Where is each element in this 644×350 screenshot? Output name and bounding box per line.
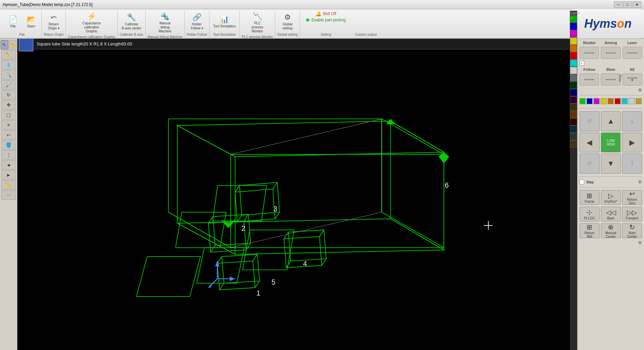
auto-center-button[interactable]: ↻ AutoCenter <box>622 223 642 238</box>
sidebar-move-tool[interactable]: ✥ <box>1 100 16 110</box>
sidebar-arrow-left[interactable]: ◄ <box>1 160 16 170</box>
sidebar-cursor-tool[interactable]: ✋ <box>9 40 17 49</box>
bell-off-item[interactable]: 🔔 Bell Off <box>316 11 336 16</box>
color-swatch-0[interactable]: ✓ <box>570 15 577 23</box>
nav-low-high[interactable]: LOW HIGH <box>601 133 621 153</box>
sidebar-eyedropper-tool[interactable]: 💧 <box>1 60 16 69</box>
color-btn-cyan[interactable] <box>622 98 628 104</box>
sidebar-rotate-tool[interactable]: ↻ <box>1 90 16 100</box>
frame-button[interactable]: ⊞ Frame <box>580 190 600 205</box>
rp-labels-row1: Shutter Aiming Laser <box>580 41 642 45</box>
svg-text:3: 3 <box>273 205 277 213</box>
sidebar-dots-tool[interactable]: ⋮ <box>1 150 16 160</box>
sidebar-rect-tool[interactable]: ▢ <box>1 110 16 120</box>
color-swatch-2[interactable] <box>570 30 577 37</box>
step-gear-icon[interactable]: ⚙ <box>638 179 642 184</box>
svg-rect-2 <box>175 212 226 247</box>
plc-process-button[interactable]: 📉 PLCprocessMonitor <box>249 11 266 34</box>
sidebar-zoom-in-tool[interactable]: 🔍 <box>1 70 16 79</box>
gear-icon[interactable]: ⚙ <box>638 88 642 93</box>
back-button[interactable]: ◁◁ Back <box>601 207 621 221</box>
nav-download-up[interactable]: ⤓ <box>622 111 642 131</box>
manual-center-button[interactable]: ⊕ ManualCenter <box>601 223 621 238</box>
calibrate-baxis-button[interactable]: 🔧 CalibrateB-axis center <box>120 12 143 31</box>
viewport[interactable]: Square tube Side length20 X R1.8 X Lengt… <box>17 39 577 350</box>
frame-label: Frame <box>585 200 594 203</box>
nav-down[interactable]: ▼ <box>601 154 621 174</box>
dry-run-button[interactable]: ▷ DryRun* <box>601 190 621 205</box>
blow-toggle[interactable]: Blow <box>601 73 620 85</box>
shutter-toggle[interactable] <box>580 47 599 59</box>
file-button[interactable]: 📄 File <box>5 14 21 29</box>
capacitance-cal-button[interactable]: ⚡ CapacitancecalibrationGraphic <box>81 11 103 34</box>
rp-checkbox[interactable]: ✓ <box>580 61 584 65</box>
global-setting-button[interactable]: ⚙ Globalsetting <box>279 12 296 31</box>
nav-download-down[interactable]: ⤒ <box>622 154 642 174</box>
color-swatch-8[interactable] <box>570 74 577 81</box>
color-btn-gold[interactable] <box>636 98 642 104</box>
pt-loc-button[interactable]: ⊹ Pt LOC <box>580 207 600 221</box>
aiming-toggle[interactable] <box>601 47 620 59</box>
color-swatch-12[interactable] <box>570 104 577 111</box>
sidebar-zoom-out-tool[interactable]: 🔎 <box>1 80 16 90</box>
nav-left[interactable]: ◀ <box>580 133 600 153</box>
color-btn-gray[interactable] <box>629 98 635 104</box>
color-swatch-1[interactable] <box>570 23 577 30</box>
color-swatch-9[interactable] <box>570 81 577 89</box>
color-btn-red[interactable] <box>615 98 621 104</box>
color-btn-magenta[interactable] <box>594 98 600 104</box>
color-swatch-6[interactable] <box>570 59 577 67</box>
return-origin-button[interactable]: ⤺ ReturnOrigin ▾ <box>45 12 62 31</box>
return-zero-button[interactable]: ↩ ReturnZero <box>622 190 642 205</box>
color-btn-blue[interactable] <box>587 98 593 104</box>
main-content: ↖ ✋ ✏️ 💧 🔍 🔎 ↻ ✥ ▢ ≡ ↩ 🪣 ⋮ ◄ ► 📐 ⋯ Squar… <box>0 39 644 350</box>
open-button[interactable]: 📂 Open <box>23 14 39 29</box>
nav-rotate-left-down[interactable]: ↺ <box>580 154 600 174</box>
color-swatch-4[interactable] <box>570 45 577 52</box>
file-icon: 📄 <box>9 15 18 24</box>
manual-debug-button[interactable]: 🔩 ManualdebugMachine <box>157 11 173 34</box>
svg-line-14 <box>217 256 222 263</box>
color-swatch-5[interactable] <box>570 52 577 59</box>
bottom-gear-icon[interactable]: ⚙ <box>638 240 642 245</box>
color-swatch-10[interactable] <box>570 89 577 96</box>
forward-icon: ▷▷ <box>627 208 637 216</box>
color-swatch-17[interactable] <box>570 140 577 148</box>
minimize-button[interactable]: ─ <box>614 1 623 8</box>
enable-part-picking-item[interactable]: Enable part-picking <box>306 18 346 22</box>
sidebar-measure-tool[interactable]: 📐 <box>1 180 16 190</box>
svg-line-32 <box>284 232 288 239</box>
color-btn-green[interactable] <box>580 98 586 104</box>
sidebar-select-tool[interactable]: ↖ <box>1 40 8 49</box>
sidebar-pen-tool[interactable]: ✏️ <box>1 50 16 59</box>
sidebar-arrow-right[interactable]: ► <box>1 170 16 180</box>
step-checkbox[interactable] <box>580 180 584 184</box>
color-swatch-3[interactable] <box>570 37 577 45</box>
tool-simulation-button[interactable]: 📊 Tool Simulation <box>211 14 237 29</box>
maximize-button[interactable]: □ <box>623 1 632 8</box>
color-swatch-11[interactable] <box>570 96 577 104</box>
auto-center-icon: ↻ <box>629 223 635 231</box>
forward-button[interactable]: ▷▷ Forward <box>622 207 642 221</box>
nav-rotate-left-up[interactable]: ↺ <box>580 111 600 131</box>
color-swatch-13[interactable] <box>570 111 577 118</box>
color-swatch-14[interactable] <box>570 118 577 126</box>
follow-toggle[interactable] <box>580 73 599 85</box>
color-panel: Layers ✓ <box>570 11 577 350</box>
nav-right[interactable]: ▶ <box>622 133 642 153</box>
return-mid-button[interactable]: ⊞ ReturnMid <box>580 223 600 238</box>
sidebar-undo-tool[interactable]: ↩ <box>1 130 16 140</box>
color-btn-orange[interactable] <box>608 98 614 104</box>
holder-follow-button[interactable]: 🔗 HolderFollow ▾ <box>188 12 205 31</box>
sidebar-fill-tool[interactable]: 🪣 <box>1 140 16 150</box>
close-button[interactable]: ✕ <box>633 1 641 8</box>
sidebar-more-tool[interactable]: ⋯ <box>1 190 16 200</box>
nav-up[interactable]: ▲ <box>601 111 621 131</box>
color-swatch-15[interactable] <box>570 126 577 133</box>
color-swatch-7[interactable] <box>570 67 577 74</box>
color-swatch-16[interactable] <box>570 133 577 140</box>
color-btn-yellow[interactable] <box>601 98 607 104</box>
n2-toggle[interactable]: ▼ <box>623 73 642 85</box>
laser-toggle[interactable] <box>623 47 642 59</box>
sidebar-layer-tool[interactable]: ≡ <box>1 120 16 130</box>
